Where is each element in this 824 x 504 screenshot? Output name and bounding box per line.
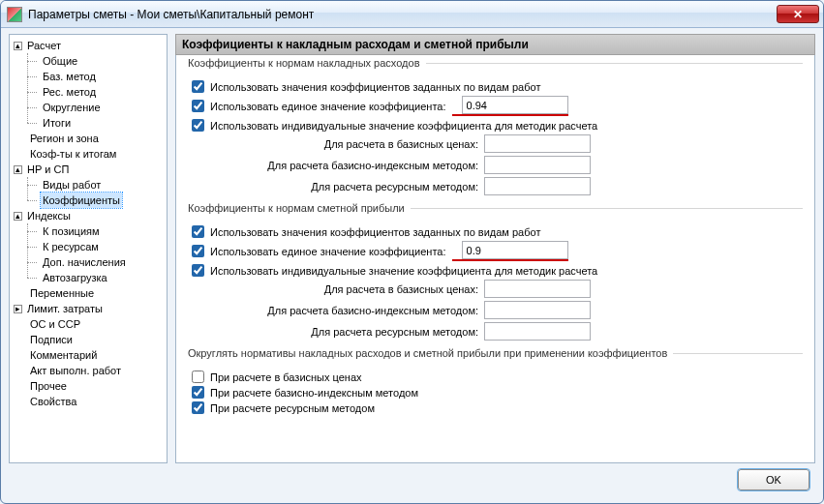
label-round-basic-index: При расчете базисно-индексным методом: [210, 387, 418, 399]
content-area: ▴Расчет Общие Баз. метод Рес. метод Окру…: [1, 28, 823, 463]
collapse-icon[interactable]: ▴: [14, 165, 22, 174]
close-icon: ✕: [793, 8, 803, 21]
tree-item-os-ssr[interactable]: ОС и ССР: [10, 316, 167, 332]
tree-item-dop-nachisleniya[interactable]: Доп. начисления: [10, 254, 167, 270]
group-nr: Коэффициенты к нормам накладных расходов…: [188, 63, 803, 198]
label-sp-basic-index: Для расчета базисно-индексным методом:: [199, 305, 484, 316]
panel-body: Коэффициенты к нормам накладных расходов…: [175, 55, 815, 463]
panel-header: Коэффициенты к накладным расходам и смет…: [175, 34, 815, 55]
checkbox-sp-by-work-types[interactable]: [192, 225, 204, 238]
tree-item-limit-zatraty[interactable]: ▸Лимит. затраты: [10, 301, 167, 316]
label-sp-by-work-types: Использовать значения коэффициентов зада…: [210, 226, 540, 238]
tree-item-k-resursam[interactable]: К ресурсам: [10, 239, 167, 254]
tree-item-res-metod[interactable]: Рес. метод: [10, 84, 167, 100]
row-nr-basic-index: Для расчета базисно-индексным методом:: [188, 156, 803, 174]
navigation-tree: ▴Расчет Общие Баз. метод Рес. метод Окру…: [9, 34, 168, 463]
label-round-basic: При расчете в базисных ценах: [210, 371, 362, 383]
checkbox-sp-individual[interactable]: [192, 264, 204, 277]
label-sp-individual: Использовать индивидуальные значение коэ…: [210, 265, 597, 277]
tree-item-podpisi[interactable]: Подписи: [10, 332, 167, 347]
input-nr-basic-index[interactable]: [484, 156, 591, 174]
tree-item-avtozagruzka[interactable]: Автозагрузка: [10, 270, 167, 285]
label-sp-basic: Для расчета в базисных ценах:: [199, 283, 484, 295]
tree-item-k-poziciyam[interactable]: К позициям: [10, 223, 167, 239]
checkbox-round-resource[interactable]: [192, 401, 204, 414]
group-sp: Коэффициенты к нормам сметной прибыли Ис…: [188, 208, 803, 343]
tree-item-vidy-rabot[interactable]: Виды работ: [10, 177, 167, 193]
row-nr-by-work-types: Использовать значения коэффициентов зада…: [188, 80, 803, 93]
checkbox-round-basic[interactable]: [192, 371, 204, 383]
tree-item-raschet[interactable]: ▴Расчет: [10, 38, 167, 53]
row-nr-basic: Для расчета в базисных ценах:: [188, 134, 803, 153]
row-nr-single: Использовать единое значение коэффициент…: [188, 96, 803, 116]
label-nr-basic: Для расчета в базисных ценах:: [199, 138, 484, 150]
label-nr-by-work-types: Использовать значения коэффициентов зада…: [210, 81, 540, 93]
settings-panel: Коэффициенты к накладным расходам и смет…: [175, 34, 815, 463]
expand-icon[interactable]: ▸: [14, 305, 22, 313]
tree-item-indeksy[interactable]: ▴Индексы: [10, 208, 167, 223]
group-rounding: Округлять нормативы накладных расходов и…: [188, 353, 803, 417]
tree-item-region-zona[interactable]: Регион и зона: [10, 131, 167, 146]
tree-item-itogi[interactable]: Итоги: [10, 115, 167, 131]
row-sp-resource: Для расчета ресурсным методом:: [188, 322, 803, 341]
input-nr-basic[interactable]: [484, 134, 591, 153]
checkbox-nr-individual[interactable]: [192, 119, 204, 132]
label-round-resource: При расчете ресурсным методом: [210, 402, 375, 414]
input-sp-single-value[interactable]: [462, 241, 568, 259]
row-sp-basic-index: Для расчета базисно-индексным методом:: [188, 301, 803, 319]
row-round-basic: При расчете в базисных ценах: [188, 371, 803, 383]
label-nr-individual: Использовать индивидуальные значение коэ…: [210, 120, 597, 132]
app-icon: [7, 7, 22, 22]
ok-button[interactable]: OK: [738, 469, 809, 490]
row-sp-individual: Использовать индивидуальные значение коэ…: [188, 264, 803, 277]
tree-item-obshchie[interactable]: Общие: [10, 53, 167, 69]
label-nr-resource: Для расчета ресурсным методом:: [199, 181, 484, 193]
row-round-basic-index: При расчете базисно-индексным методом: [188, 386, 803, 399]
row-round-resource: При расчете ресурсным методом: [188, 401, 803, 414]
checkbox-round-basic-index[interactable]: [192, 386, 204, 399]
dialog-footer: OK: [1, 463, 823, 496]
tree-item-baz-metod[interactable]: Баз. метод: [10, 69, 167, 84]
tree-item-svoistva[interactable]: Свойства: [10, 394, 167, 409]
tree-item-koef-itogam[interactable]: Коэф-ты к итогам: [10, 146, 167, 162]
group-rounding-legend: Округлять нормативы накладных расходов и…: [188, 347, 673, 359]
label-nr-single: Использовать единое значение коэффициент…: [210, 101, 446, 112]
collapse-icon[interactable]: ▴: [14, 42, 22, 50]
collapse-icon[interactable]: ▴: [14, 212, 22, 221]
window-title: Параметры сметы - Мои сметы\Капитальный …: [28, 8, 777, 21]
row-sp-basic: Для расчета в базисных ценах:: [188, 280, 803, 298]
input-nr-single-value[interactable]: [462, 96, 568, 114]
checkbox-nr-single[interactable]: [192, 100, 204, 112]
input-sp-basic-index[interactable]: [484, 301, 591, 319]
tree-item-prochee[interactable]: Прочее: [10, 378, 167, 394]
close-button[interactable]: ✕: [777, 5, 819, 23]
tree-item-koefficienty[interactable]: Коэффициенты: [10, 193, 167, 208]
group-nr-legend: Коэффициенты к нормам накладных расходов: [188, 57, 426, 69]
tree-item-akt-vypoln[interactable]: Акт выполн. работ: [10, 363, 167, 378]
tree-item-kommentarii[interactable]: Комментарий: [10, 347, 167, 363]
row-nr-individual: Использовать индивидуальные значение коэ…: [188, 119, 803, 132]
checkbox-nr-by-work-types[interactable]: [192, 80, 204, 93]
titlebar: Параметры сметы - Мои сметы\Капитальный …: [1, 1, 823, 28]
tree-item-nr-sp[interactable]: ▴НР и СП: [10, 162, 167, 177]
group-sp-legend: Коэффициенты к нормам сметной прибыли: [188, 202, 411, 214]
tree-item-peremennye[interactable]: Переменные: [10, 285, 167, 301]
row-nr-resource: Для расчета ресурсным методом:: [188, 177, 803, 195]
input-sp-basic[interactable]: [484, 280, 591, 298]
checkbox-sp-single[interactable]: [192, 245, 204, 257]
label-nr-basic-index: Для расчета базисно-индексным методом:: [199, 160, 484, 171]
tree-item-okruglenie[interactable]: Округление: [10, 100, 167, 115]
input-sp-resource[interactable]: [484, 322, 591, 341]
row-sp-single: Использовать единое значение коэффициент…: [188, 241, 803, 261]
input-nr-resource[interactable]: [484, 177, 591, 195]
label-sp-resource: Для расчета ресурсным методом:: [199, 326, 484, 338]
label-sp-single: Использовать единое значение коэффициент…: [210, 246, 446, 257]
row-sp-by-work-types: Использовать значения коэффициентов зада…: [188, 225, 803, 238]
